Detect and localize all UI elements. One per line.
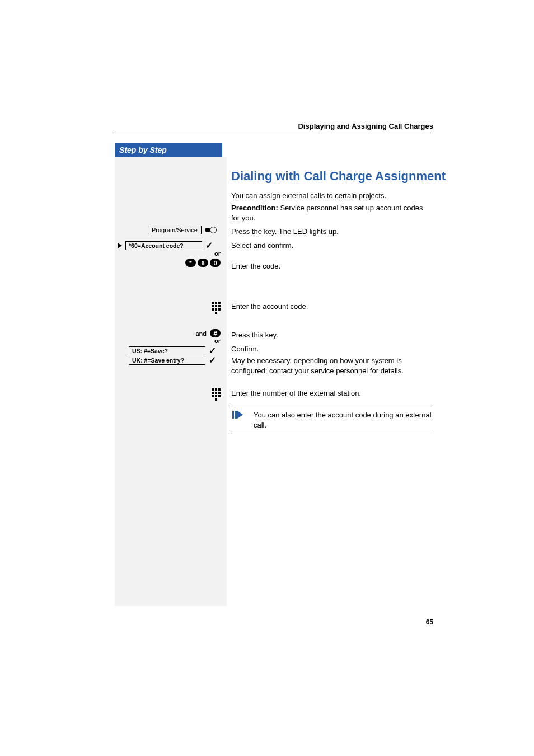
note-text: You can also enter the account code duri… [254,411,432,429]
us-save-label: US: #=Save? [129,346,205,355]
manual-page: Displaying and Assigning Call Charges St… [0,0,534,756]
program-service-label: Program/Service [148,226,202,234]
select-confirm-text: Select and confirm. [231,241,432,251]
precondition-text: Precondition: Service personnel has set … [231,203,432,223]
note-box: You can also enter the account code duri… [231,406,432,434]
header-rule [115,133,433,133]
account-code-menu-row: *60=Account code? ✓ [118,240,213,251]
uk-save-label: UK: #=Save entry? [129,356,205,365]
checkmark-icon: ✓ [205,240,213,251]
confirm-text: Confirm. [231,344,432,354]
config-note-text: May be necessary, depending on how your … [231,356,432,375]
key-star: * [185,259,196,267]
enter-external-text: Enter the number of the external station… [231,388,432,398]
precondition-label: Precondition: [231,204,278,212]
key-hash: # [210,329,221,337]
enter-account-text: Enter the account code. [231,302,432,312]
menu-arrow-icon [118,243,122,248]
page-number: 65 [426,618,433,626]
section-heading: Dialing with Call Charge Assignment [231,169,446,184]
program-service-key: Program/Service [148,226,217,234]
or-label-2: or [214,337,221,344]
led-icon [205,227,217,233]
press-key-text: Press the key. The LED lights up. [231,227,432,237]
running-header: Displaying and Assigning Call Charges [298,122,433,130]
sidebar-background [115,157,227,606]
and-hash-row: and # [195,329,221,337]
checkmark-icon: ✓ [209,355,216,365]
account-code-menu-label: *60=Account code? [125,241,202,250]
key-6: 6 [198,259,208,267]
note-icon [232,411,243,421]
or-label-1: or [214,250,221,257]
uk-save-row: UK: #=Save entry? ✓ [129,355,216,365]
and-label: and [195,330,207,337]
enter-code-text: Enter the code. [231,261,432,271]
keypad-icon-1 [212,298,221,314]
key-0: 0 [210,259,221,267]
keypad-icon-2 [212,385,221,401]
code-keys-row: * 6 0 [185,259,221,267]
intro-text: You can assign external calls to certain… [231,191,432,201]
sidebar-title: Step by Step [115,143,222,157]
press-this-text: Press this key. [231,330,432,340]
